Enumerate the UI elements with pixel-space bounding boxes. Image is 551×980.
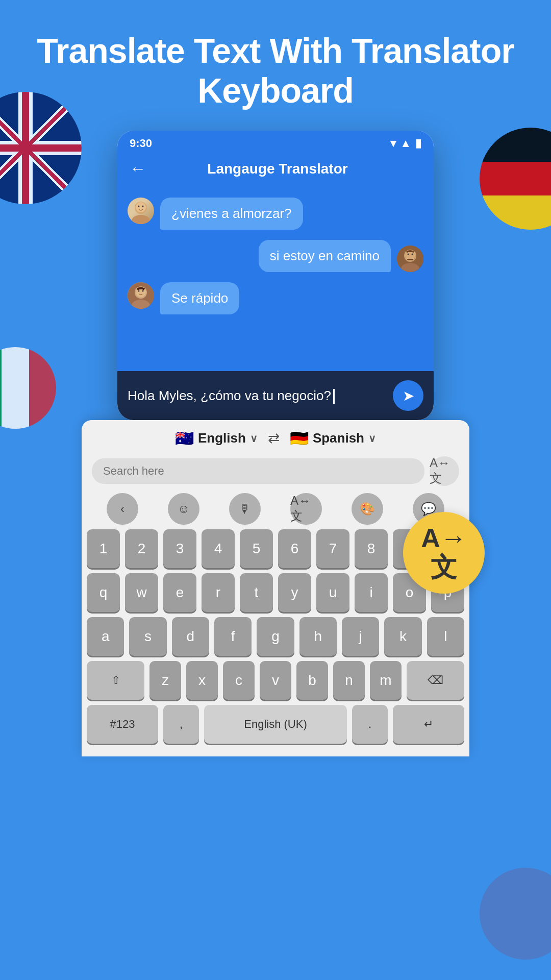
key-t[interactable]: t — [240, 573, 273, 612]
input-field[interactable]: Hola Myles, ¿cómo va tu negocio? — [128, 386, 386, 405]
svg-point-16 — [138, 290, 140, 292]
signal-icon: ▲ — [400, 137, 411, 150]
key-y[interactable]: y — [278, 573, 311, 612]
keyboard-panel: 🇦🇺 English ∨ ⇄ 🇩🇪 Spanish ∨ A↔文 ‹ ☺ 🎙 A↔… — [82, 420, 469, 756]
key-4[interactable]: 4 — [202, 529, 235, 568]
key-b[interactable]: b — [296, 661, 328, 700]
avatar-2 — [397, 246, 423, 272]
zxcv-row: ⇧ z x c v b n m ⌫ — [82, 658, 469, 702]
key-j[interactable]: j — [342, 617, 379, 656]
chat-message-1: ¿vienes a almorzar? — [128, 198, 423, 230]
key-3[interactable]: 3 — [163, 529, 196, 568]
from-language-selector[interactable]: 🇦🇺 English ∨ — [175, 429, 258, 447]
text-cursor — [333, 389, 335, 404]
key-i[interactable]: i — [355, 573, 388, 612]
svg-point-2 — [136, 202, 146, 212]
key-h[interactable]: h — [299, 617, 337, 656]
keyboard-toolbar: ‹ ☺ 🎙 A↔文 🎨 💬 — [82, 490, 469, 527]
avatar-3 — [128, 282, 154, 309]
key-6[interactable]: 6 — [278, 529, 311, 568]
search-input[interactable] — [92, 458, 424, 484]
to-lang-label: Spanish — [313, 430, 364, 446]
svg-point-17 — [142, 290, 144, 292]
key-a[interactable]: a — [87, 617, 124, 656]
enter-key[interactable]: ↵ — [393, 705, 464, 744]
bg-de-flag — [480, 128, 551, 230]
from-lang-dropdown-icon: ∨ — [250, 432, 258, 445]
from-lang-flag: 🇦🇺 — [175, 429, 194, 447]
app-header: ← Langauge Translator — [117, 154, 434, 187]
status-time: 9:30 — [130, 137, 152, 150]
key-5[interactable]: 5 — [240, 529, 273, 568]
key-d[interactable]: d — [172, 617, 209, 656]
send-button[interactable]: ➤ — [393, 380, 423, 411]
battery-icon: ▮ — [415, 137, 421, 150]
key-v[interactable]: v — [260, 661, 291, 700]
wifi-icon: ▾ — [390, 137, 396, 150]
space-key[interactable]: English (UK) — [204, 705, 347, 744]
key-r[interactable]: r — [202, 573, 235, 612]
search-bar: A↔文 — [82, 452, 469, 490]
bottom-row: #123 , English (UK) . ↵ — [82, 702, 469, 746]
input-bar: Hola Myles, ¿cómo va tu negocio? ➤ — [117, 371, 434, 420]
language-bar: 🇦🇺 English ∨ ⇄ 🇩🇪 Spanish ∨ — [82, 420, 469, 452]
comma-key[interactable]: , — [163, 705, 199, 744]
status-bar: 9:30 ▾ ▲ ▮ — [117, 131, 434, 154]
svg-point-3 — [138, 206, 140, 207]
translate-icon-button[interactable]: A↔文 — [430, 456, 459, 486]
swap-languages-button[interactable]: ⇄ — [268, 430, 280, 447]
toolbar-mic-button[interactable]: 🎙 — [229, 493, 261, 525]
shift-key[interactable]: ⇧ — [87, 661, 144, 700]
key-q[interactable]: q — [87, 573, 120, 612]
to-lang-dropdown-icon: ∨ — [368, 432, 376, 445]
avatar-1 — [128, 198, 154, 224]
chat-message-2: si estoy en camino — [128, 240, 423, 272]
toolbar-emoji-button[interactable]: ☺ — [168, 493, 199, 525]
floating-translate-badge[interactable]: A→ 文 — [403, 512, 485, 594]
bg-decorative-circle — [480, 868, 551, 960]
bg-it-flag — [0, 347, 56, 429]
svg-point-1 — [132, 215, 150, 224]
key-k[interactable]: k — [384, 617, 421, 656]
page-title: Translate Text With Translator Keyboard — [0, 0, 551, 126]
key-2[interactable]: 2 — [125, 529, 158, 568]
translate-badge-text: A→ — [421, 524, 467, 553]
key-1[interactable]: 1 — [87, 529, 120, 568]
to-lang-flag: 🇩🇪 — [290, 429, 309, 447]
key-e[interactable]: e — [163, 573, 196, 612]
svg-rect-11 — [407, 259, 413, 260]
key-m[interactable]: m — [370, 661, 402, 700]
key-7[interactable]: 7 — [316, 529, 349, 568]
from-lang-label: English — [198, 430, 246, 446]
backspace-key[interactable]: ⌫ — [407, 661, 464, 700]
key-x[interactable]: x — [186, 661, 218, 700]
bubble-text-3: Se rápido — [160, 282, 239, 314]
toolbar-theme-button[interactable]: 🎨 — [352, 493, 383, 525]
svg-point-4 — [142, 206, 144, 207]
phone-mockup: 9:30 ▾ ▲ ▮ ← Langauge Translator — [117, 131, 434, 420]
svg-point-9 — [408, 254, 409, 255]
translate-badge-text2: 文 — [431, 553, 457, 582]
key-s[interactable]: s — [129, 617, 166, 656]
toolbar-back-button[interactable]: ‹ — [107, 493, 138, 525]
key-n[interactable]: n — [333, 661, 365, 700]
bubble-text-2: si estoy en camino — [259, 240, 391, 272]
key-l[interactable]: l — [427, 617, 464, 656]
key-z[interactable]: z — [149, 661, 181, 700]
toolbar-translate-button[interactable]: A↔文 — [290, 493, 322, 525]
chat-area: ¿vienes a almorzar? si estoy en camino — [117, 187, 434, 371]
key-c[interactable]: c — [223, 661, 255, 700]
symbols-key[interactable]: #123 — [87, 705, 158, 744]
key-8[interactable]: 8 — [355, 529, 388, 568]
key-f[interactable]: f — [214, 617, 252, 656]
period-key[interactable]: . — [352, 705, 388, 744]
status-icons: ▾ ▲ ▮ — [390, 137, 421, 150]
key-g[interactable]: g — [257, 617, 294, 656]
key-u[interactable]: u — [316, 573, 349, 612]
bubble-text-1: ¿vienes a almorzar? — [160, 198, 303, 230]
svg-point-10 — [412, 254, 413, 255]
back-button[interactable]: ← — [130, 159, 146, 178]
to-language-selector[interactable]: 🇩🇪 Spanish ∨ — [290, 429, 376, 447]
app-title: Langauge Translator — [154, 161, 401, 177]
key-w[interactable]: w — [125, 573, 158, 612]
